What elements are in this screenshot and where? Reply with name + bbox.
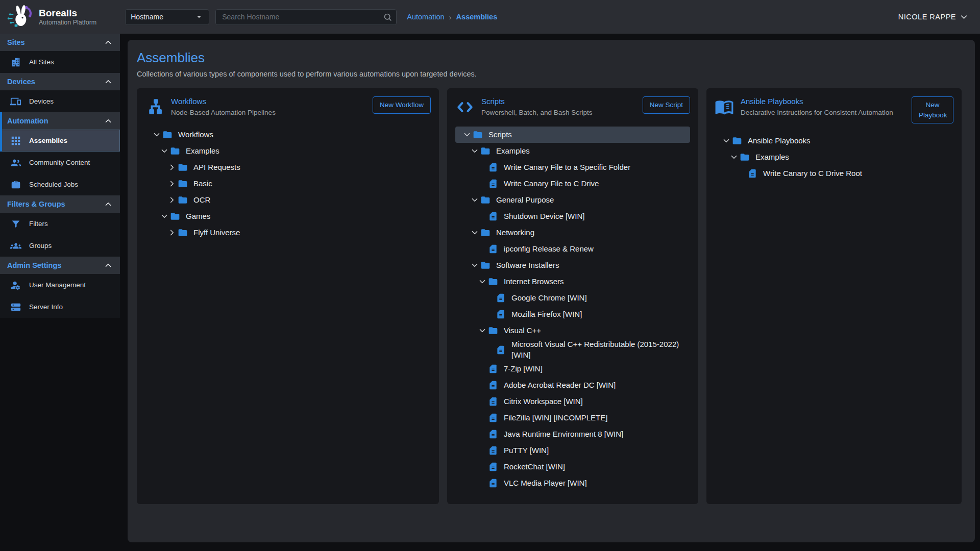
brand-name: Borealis (39, 8, 96, 19)
chevron-down-icon[interactable] (159, 212, 170, 221)
chevron-down-icon[interactable] (159, 146, 170, 156)
tree-row-java-runtime-environment-8-win[interactable]: Java Runtime Environment 8 [WIN] (455, 426, 690, 442)
tree-item-label: Write Canary to C Drive Root (763, 168, 866, 179)
tree-row-software-installers[interactable]: Software Installers (455, 257, 690, 273)
tree-item-label: ipconfig Release & Renew (504, 244, 598, 254)
chevron-down-icon[interactable] (721, 136, 732, 145)
sidebar-item-all-sites[interactable]: All Sites (0, 51, 120, 73)
file-icon (496, 309, 506, 319)
tree-item-label: Scripts (488, 130, 516, 140)
chevron-down-icon[interactable] (469, 195, 480, 205)
tree-row-ocr[interactable]: OCR (145, 192, 431, 208)
tree-row-ipconfig-release-renew[interactable]: ipconfig Release & Renew (455, 241, 690, 257)
tree-item-label: Microsoft Visual C++ Redistributable (20… (511, 339, 690, 360)
sidebar-item-server-info[interactable]: Server Info (0, 296, 120, 318)
chevron-down-icon[interactable] (469, 228, 480, 237)
chevron-down-icon[interactable] (728, 153, 740, 162)
file-icon (488, 179, 498, 189)
tree-row-internet-browsers[interactable]: Internet Browsers (455, 273, 690, 290)
sidebar-item-filters[interactable]: Filters (0, 213, 120, 235)
grid-icon (10, 135, 21, 146)
sidebar-section-label: Sites (7, 38, 25, 46)
sidebar-section-header[interactable]: Sites (0, 34, 120, 51)
people-icon (10, 157, 21, 168)
card-header-text: Ansible Playbooks Declarative Instructio… (741, 96, 893, 117)
tree-item-label: Citrix Workspace [WIN] (504, 396, 587, 407)
tree-row-general-purpose[interactable]: General Purpose (455, 192, 690, 208)
tree-row-adobe-acrobat-reader-dc-win[interactable]: Adobe Acrobat Reader DC [WIN] (455, 377, 690, 393)
tree-item-label: Ansible Playbooks (748, 136, 815, 146)
chevron-right-icon[interactable] (166, 179, 178, 188)
tree-row-vlc-media-player-win[interactable]: VLC Media Player [WIN] (455, 475, 690, 491)
card-header-text: Workflows Node-Based Automation Pipeline… (171, 96, 276, 117)
tree-row-citrix-workspace-win[interactable]: Citrix Workspace [WIN] (455, 393, 690, 410)
sidebar-section-automation: Automation Assemblies Community Content … (0, 112, 120, 195)
tree-row-examples[interactable]: Examples (455, 143, 690, 159)
sidebar-section-header[interactable]: Devices (0, 73, 120, 90)
tree-row-filezilla-win-incomplete[interactable]: FileZilla [WIN] [INCOMPLETE] (455, 410, 690, 426)
sidebar-section-header[interactable]: Filters & Groups (0, 195, 120, 213)
tree-row-ansible-playbooks[interactable]: Ansible Playbooks (715, 133, 953, 149)
file-icon (488, 396, 498, 407)
new-workflow-button[interactable]: New Workflow (373, 96, 431, 114)
sidebar-item-label: Server Info (29, 303, 63, 311)
new-playbook-button[interactable]: New Playbook (912, 96, 953, 123)
tree-row-7-zip-win[interactable]: 7-Zip [WIN] (455, 361, 690, 377)
tree-item-label: General Purpose (496, 195, 558, 205)
sidebar-item-groups[interactable]: Groups (0, 235, 120, 257)
chevron-down-icon[interactable] (461, 130, 473, 139)
chevron-down-icon[interactable] (469, 146, 480, 156)
tree-row-putty-win[interactable]: PuTTY [WIN] (455, 442, 690, 459)
sidebar-section-label: Filters & Groups (7, 200, 65, 208)
file-icon (496, 345, 506, 355)
chevron-up-icon (104, 77, 113, 86)
tree-row-basic[interactable]: Basic (145, 176, 431, 192)
tree-row-write-canary-file-to-a-specific-folder[interactable]: Write Canary File to a Specific Folder (455, 159, 690, 176)
tree-item-label: Examples (755, 152, 793, 162)
breadcrumb-assemblies[interactable]: Assemblies (456, 13, 498, 21)
sidebar-item-user-management[interactable]: User Management (0, 274, 120, 296)
tree-row-examples[interactable]: Examples (715, 149, 953, 165)
tree-row-workflows[interactable]: Workflows (145, 127, 431, 143)
tree-row-shutdown-device-win[interactable]: Shutdown Device [WIN] (455, 208, 690, 224)
sidebar-item-community-content[interactable]: Community Content (0, 152, 120, 173)
breadcrumb-automation[interactable]: Automation (407, 13, 444, 21)
tree: Ansible Playbooks Examples Write Canary … (715, 133, 953, 182)
tree-row-examples[interactable]: Examples (145, 143, 431, 159)
sidebar-item-devices[interactable]: Devices (0, 90, 120, 112)
tree-row-google-chrome-win[interactable]: Google Chrome [WIN] (455, 290, 690, 306)
sidebar-item-scheduled-jobs[interactable]: Scheduled Jobs (0, 173, 120, 195)
sidebar-section-header[interactable]: Automation (0, 112, 120, 130)
book-icon (715, 97, 734, 117)
folder-icon (170, 146, 180, 156)
tree-item-label: Networking (496, 228, 538, 238)
chevron-right-icon[interactable] (166, 195, 178, 205)
chevron-down-icon[interactable] (477, 277, 488, 286)
tree-row-api-requests[interactable]: API Requests (145, 159, 431, 176)
chevron-down-icon (959, 12, 969, 22)
tree-row-games[interactable]: Games (145, 208, 431, 224)
sidebar-section-header[interactable]: Admin Settings (0, 257, 120, 274)
tree-row-visual-c[interactable]: Visual C++ (455, 322, 690, 339)
tree-row-write-canary-to-c-drive-root[interactable]: Write Canary to C Drive Root (715, 165, 953, 182)
search-input[interactable] (215, 9, 397, 25)
chevron-down-icon[interactable] (477, 326, 488, 335)
tree-row-write-canary-file-to-c-drive[interactable]: Write Canary File to C Drive (455, 176, 690, 192)
file-icon (488, 211, 498, 221)
new-script-button[interactable]: New Script (643, 96, 690, 114)
tree-row-flyff-universe[interactable]: Flyff Universe (145, 224, 431, 241)
tree-row-mozilla-firefox-win[interactable]: Mozilla Firefox [WIN] (455, 306, 690, 322)
chevron-right-icon[interactable] (166, 163, 178, 172)
chevron-down-icon[interactable] (469, 261, 480, 270)
tree-row-rocketchat-win[interactable]: RocketChat [WIN] (455, 459, 690, 475)
user-menu[interactable]: NICOLE RAPPE (898, 12, 969, 22)
tree-item-label: Write Canary File to a Specific Folder (504, 162, 634, 172)
chevron-down-icon[interactable] (151, 130, 162, 139)
sidebar-item-assemblies[interactable]: Assemblies (0, 130, 120, 152)
chevron-right-icon[interactable] (166, 228, 178, 237)
chevron-spacer (477, 397, 488, 406)
hostname-select[interactable]: Hostname (125, 9, 209, 25)
tree-row-scripts[interactable]: Scripts (455, 127, 690, 143)
tree-row-networking[interactable]: Networking (455, 224, 690, 241)
tree-row-microsoft-visual-c-redistributable-2015-2022-win[interactable]: Microsoft Visual C++ Redistributable (20… (455, 339, 690, 361)
